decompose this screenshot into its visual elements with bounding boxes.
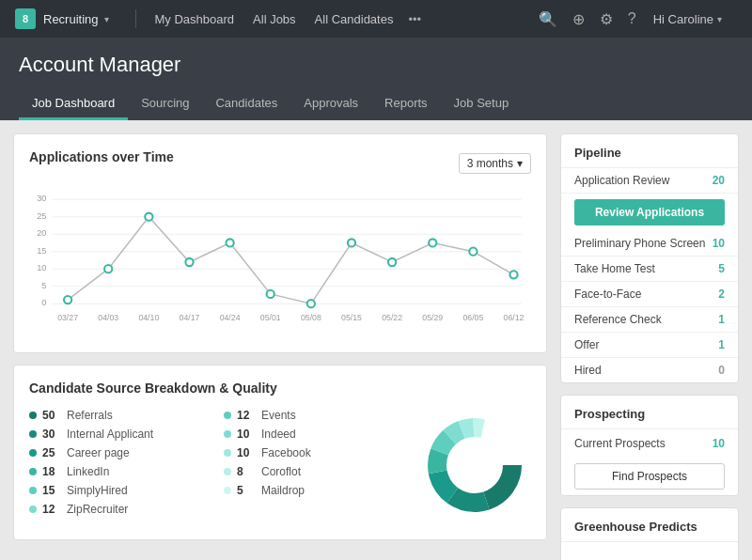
list-item: 12 Events [224,409,400,422]
svg-text:04/17: 04/17 [180,313,200,322]
settings-icon[interactable]: ⚙ [600,10,613,28]
source-dot [224,412,231,419]
svg-point-16 [145,213,152,221]
pipeline-item-offer: Offer 1 [561,333,738,358]
svg-point-22 [388,258,396,266]
source-label: Maildrop [261,484,305,497]
pipeline-item-count: 2 [718,288,725,301]
source-count: 8 [237,465,256,478]
source-label: Referrals [67,409,113,422]
svg-text:0: 0 [41,298,46,307]
svg-text:04/03: 04/03 [98,313,118,322]
svg-text:06/12: 06/12 [504,313,525,322]
prospecting-section: Prospecting Current Prospects 10 Find Pr… [560,395,739,496]
source-count: 30 [42,428,61,441]
svg-point-15 [104,265,112,272]
source-dot [29,506,37,513]
tab-job-setup[interactable]: Job Setup [441,88,523,120]
source-label: Indeed [261,428,296,441]
source-label: LinkedIn [67,465,109,478]
svg-point-25 [509,271,517,278]
svg-text:05/01: 05/01 [260,313,281,322]
pipeline-item-label: Preliminary Phone Screen [574,237,705,250]
nav-more[interactable]: ••• [408,12,421,26]
source-grid: 50 Referrals 30 Internal Applicant 25 Ca… [29,409,531,524]
svg-text:05/29: 05/29 [422,313,443,322]
list-item: 25 Career page [29,446,205,459]
page-title: Account Manager [19,53,733,77]
svg-point-24 [469,248,477,256]
source-count: 12 [42,503,61,516]
list-item: 10 Facebook [224,446,400,459]
pipeline-item-phone-screen: Preliminary Phone Screen 10 [561,231,738,257]
user-greeting[interactable]: Hi Caroline [653,12,713,26]
current-prospects-row: Current Prospects 10 [561,429,738,458]
svg-text:30: 30 [37,194,46,203]
find-prospects-button[interactable]: Find Prospects [574,463,725,490]
source-dot [29,487,37,494]
tab-candidates[interactable]: Candidates [202,88,290,120]
tab-bar: Job Dashboard Sourcing Candidates Approv… [19,88,733,120]
source-dot [29,430,37,438]
source-count: 18 [42,465,61,478]
svg-text:05/15: 05/15 [341,313,362,322]
current-prospects-count: 10 [713,437,725,450]
review-applications-button[interactable]: Review Applications [574,199,725,226]
pipeline-item-label: Application Review [574,174,669,187]
nav-all-jobs[interactable]: All Jobs [245,12,304,26]
nav-brand[interactable]: Recruiting [43,12,99,26]
donut-chart [418,409,531,524]
list-item: 10 Indeed [224,428,400,441]
greenhouse-predicts-section: Greenhouse Predicts [560,507,739,560]
list-item: 18 LinkedIn [29,465,205,478]
source-label: Events [261,409,296,422]
greenhouse-predicts-title: Greenhouse Predicts [561,508,738,542]
svg-text:25: 25 [37,211,46,221]
svg-text:20: 20 [37,228,46,238]
svg-point-19 [267,290,274,298]
chart-header: Applications over Time 3 months ▾ [29,149,531,178]
tab-approvals[interactable]: Approvals [290,88,371,120]
svg-text:5: 5 [41,281,46,290]
pipeline-item-count: 0 [718,364,725,377]
main-content: Applications over Time 3 months ▾ 30 25 … [0,120,752,560]
user-dropdown-chevron[interactable]: ▾ [717,14,722,24]
pipeline-item-application-review: Application Review 20 [561,168,738,194]
list-item: 15 SimplyHired [29,484,205,497]
top-nav: 8 Recruiting ▾ My Dashboard All Jobs All… [0,0,752,38]
tab-job-dashboard[interactable]: Job Dashboard [19,88,128,120]
pipeline-item-take-home: Take Home Test 5 [561,257,738,282]
pipeline-item-label: Hired [574,364,602,377]
list-item: 8 Coroflot [224,465,400,478]
source-dot [224,468,231,475]
search-icon[interactable]: 🔍 [539,10,557,28]
time-selector[interactable]: 3 months ▾ [459,153,531,174]
applications-chart-card: Applications over Time 3 months ▾ 30 25 … [13,133,547,353]
source-dot [29,468,37,475]
nav-divider [135,9,136,28]
source-label: ZipRecruiter [67,503,128,516]
prospecting-title: Prospecting [561,396,738,429]
nav-my-dashboard[interactable]: My Dashboard [148,12,243,26]
tab-reports[interactable]: Reports [371,88,441,120]
source-count: 15 [42,484,61,497]
svg-point-17 [185,258,193,266]
source-breakdown-card: Candidate Source Breakdown & Quality 50 … [13,365,547,540]
chart-area: 30 25 20 15 10 5 0 [29,187,531,337]
help-icon[interactable]: ? [628,10,636,27]
svg-point-14 [64,296,71,303]
chart-title: Applications over Time [29,149,174,164]
nav-all-candidates[interactable]: All Candidates [307,12,401,26]
svg-text:03/27: 03/27 [57,313,78,322]
source-label: Internal Applicant [67,428,153,441]
svg-text:15: 15 [37,246,46,256]
add-icon[interactable]: ⊕ [572,10,585,28]
pipeline-item-count: 1 [718,313,725,326]
chart-svg: 30 25 20 15 10 5 0 [29,187,531,337]
pipeline-item-count: 10 [713,237,725,250]
source-count: 10 [237,428,256,441]
nav-dropdown-chevron[interactable]: ▾ [104,14,109,24]
source-dot [224,430,231,438]
pipeline-item-count: 1 [718,338,725,351]
tab-sourcing[interactable]: Sourcing [128,88,202,120]
